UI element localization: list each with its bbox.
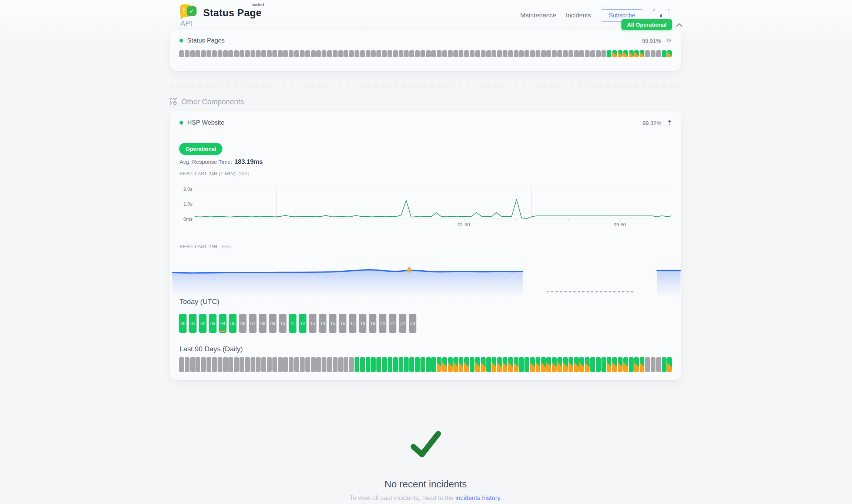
hour-block-19: 19 (369, 314, 376, 333)
hour-block-05: 05 (229, 314, 237, 333)
arrow-up-icon[interactable] (667, 119, 672, 126)
uptime-bar (179, 50, 184, 57)
uptime-bar (415, 50, 420, 57)
hour-block-02: 02 (199, 314, 207, 333)
uptime-bar (557, 50, 562, 57)
day-uptime-bar (568, 357, 573, 372)
day-uptime-bar (656, 357, 661, 372)
refresh-icon[interactable]: ⟳ (667, 38, 672, 44)
day-uptime-bar (360, 357, 365, 372)
day-uptime-bar (404, 357, 409, 372)
day-uptime-bar (272, 357, 277, 372)
uptime-bar (590, 50, 595, 57)
no-incidents-title: No recent incidents (170, 478, 681, 490)
hour-block-03: 03 (209, 314, 217, 333)
check-icon (410, 430, 442, 459)
day-uptime-bar (207, 357, 211, 372)
svg-text:09:30: 09:30 (613, 222, 626, 227)
day-uptime-bar (503, 357, 507, 372)
day-uptime-bar (651, 357, 655, 372)
day-uptime-bar (278, 357, 283, 372)
day-uptime-bar (514, 357, 519, 372)
svg-text:01:30: 01:30 (457, 222, 470, 227)
uptime-bar (185, 50, 189, 57)
last90-heading: Last 90 Days (Daily) (180, 345, 243, 353)
hour-block-04: 04 (219, 314, 227, 333)
day-uptime-bar (601, 357, 606, 372)
uptime-bar (212, 50, 217, 57)
day-uptime-bar (536, 357, 540, 372)
uptime-bar (568, 50, 573, 57)
day-uptime-bar (234, 357, 239, 372)
uptime-percentage: 99.32% (643, 120, 661, 126)
day-uptime-bar (223, 357, 228, 372)
incidents-section: No recent incidents To view all past inc… (170, 430, 681, 502)
uptime-bar (459, 50, 463, 57)
day-uptime-bar (530, 357, 535, 372)
day-uptime-bar (371, 357, 376, 372)
day-uptime-bar (305, 357, 310, 372)
day-uptime-bar (634, 357, 639, 372)
component-row: HSP Website 99.32% (180, 119, 672, 126)
day-uptime-bar (481, 357, 486, 372)
uptime-bar (601, 50, 606, 57)
collapse-chevron-up-icon[interactable] (676, 23, 682, 27)
operational-dot-icon (180, 121, 183, 125)
hour-block-15: 15 (329, 314, 336, 333)
svg-text:2.0s: 2.0s (183, 186, 192, 192)
day-uptime-bar (338, 357, 343, 372)
day-uptime-bar (426, 357, 431, 372)
operational-dot-icon (180, 39, 183, 43)
nav-item-incidents[interactable]: Incidents (566, 12, 591, 19)
uptime-bar (464, 50, 469, 57)
day-uptime-bar (579, 357, 584, 372)
hour-block-00: 00 (179, 314, 187, 333)
day-uptime-bar (388, 357, 392, 372)
day-uptime-bar (185, 357, 189, 372)
hour-block-12: 12 (299, 314, 306, 333)
uptime-bar (519, 50, 524, 57)
uptime-bar (448, 50, 453, 57)
uptime-bar (634, 50, 639, 57)
incidents-history-link[interactable]: incidents history (455, 494, 500, 501)
brand-title: Status Page (203, 7, 262, 19)
chart-title: RESP. LAST 24H (180, 244, 217, 249)
uptime-bar (623, 50, 628, 57)
hour-block-10: 10 (279, 314, 286, 333)
component-row: Status Pages 99.91% ⟳ (180, 37, 672, 44)
uptime-bar (327, 50, 332, 57)
uptime-bar (360, 50, 365, 57)
day-uptime-bar (557, 357, 562, 372)
day-uptime-bar (300, 357, 305, 372)
today-hour-strip: 0001020304050607080910111213141516171819… (179, 314, 416, 333)
uptime-bar (399, 50, 403, 57)
uptime-bar (503, 50, 507, 57)
hour-block-06: 06 (239, 314, 246, 333)
section-heading-other-components: Other Components (170, 98, 244, 106)
uptime-bar (486, 50, 491, 57)
avg-response-value: 183.19ms (234, 158, 263, 165)
uptime-bar (256, 50, 261, 57)
day-uptime-bar (256, 357, 261, 372)
uptime-bar (251, 50, 255, 57)
hour-block-07: 07 (249, 314, 256, 333)
uptime-bar (267, 50, 272, 57)
chart-marker-dot[interactable] (407, 267, 411, 273)
section-title-other-components: Other Components (181, 98, 244, 106)
uptime-bar (333, 50, 338, 57)
uptime-bar (596, 50, 601, 57)
uptime-bar (442, 50, 447, 57)
nav-item-maintenance[interactable]: Maintenance (520, 12, 556, 19)
uptime-bar (453, 50, 458, 57)
day-uptime-bar (251, 357, 255, 372)
response-time-line-chart[interactable]: 2.0s1.0s0ms01:3009:30 (179, 183, 672, 229)
uptime-bar (245, 50, 250, 57)
uptime-bar (409, 50, 414, 57)
day-uptime-bar (612, 357, 617, 372)
component-name: Status Pages (187, 37, 225, 44)
hour-block-01: 01 (189, 314, 197, 333)
day-uptime-bar (283, 357, 288, 372)
hour-block-08: 08 (259, 314, 266, 333)
response-time-area-chart[interactable] (170, 255, 681, 298)
day-uptime-bar (420, 357, 425, 372)
